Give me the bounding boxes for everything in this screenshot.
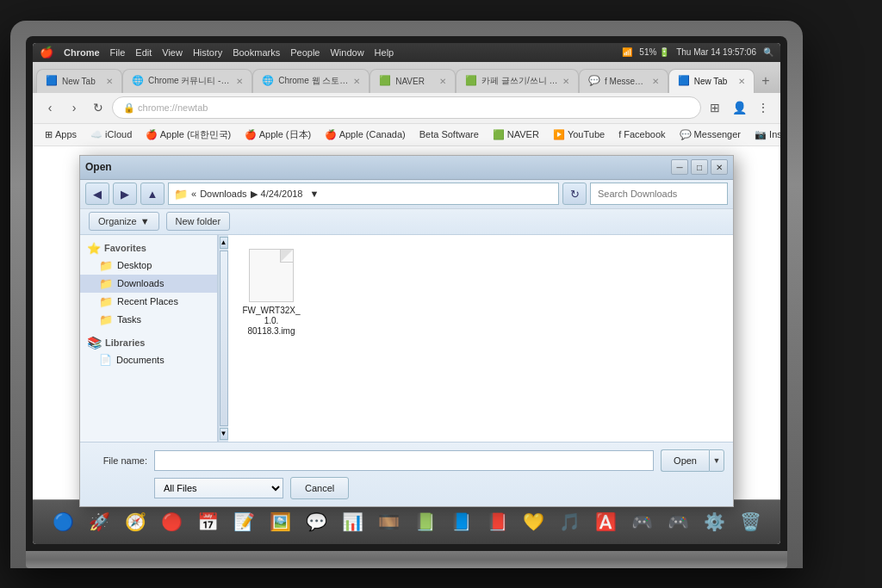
tab-5[interactable]: 🟩 카페 글쓰기/쓰니 아... ✕: [456, 69, 579, 93]
dialog-refresh-button[interactable]: ↻: [562, 183, 587, 205]
bookmark-apple-kr[interactable]: 🍎 Apple (대한민국): [140, 127, 236, 143]
dock-discord[interactable]: 🎮: [662, 505, 694, 538]
back-button[interactable]: ‹: [40, 97, 60, 118]
dock-chrome[interactable]: 🔴: [155, 505, 188, 538]
dialog-maximize-button[interactable]: □: [691, 159, 708, 175]
dock-word[interactable]: 📘: [444, 505, 477, 538]
dock-sysprefs[interactable]: ⚙️: [698, 505, 730, 538]
sidebar-scrollbar[interactable]: ▲ ▼: [218, 235, 228, 442]
menu-button[interactable]: ⋮: [753, 97, 773, 118]
cancel-button-container: Cancel: [290, 477, 349, 499]
tab-5-title: 카페 글쓰기/쓰니 아...: [481, 75, 558, 87]
dock-appstore[interactable]: 🅰️: [589, 505, 622, 538]
dock-calendar[interactable]: 📅: [191, 505, 224, 538]
dock-launchpad[interactable]: 🚀: [83, 505, 115, 538]
dock-keynote[interactable]: 🎞️: [372, 505, 405, 538]
sidebar-item-recent[interactable]: 📁 Recent Places: [80, 293, 217, 311]
tab-5-close[interactable]: ✕: [562, 77, 569, 86]
menu-history[interactable]: History: [193, 47, 222, 58]
profile-button[interactable]: 👤: [729, 97, 749, 118]
favorites-label: Favorites: [104, 243, 146, 253]
scrollbar-down-button[interactable]: ▼: [220, 428, 228, 440]
bookmark-icloud[interactable]: ☁️ iCloud: [85, 127, 137, 142]
path-display[interactable]: 📁 « Downloads ▶ 4/24/2018 ▼: [168, 183, 559, 205]
scrollbar-up-button[interactable]: ▲: [220, 237, 228, 249]
tab-1[interactable]: 🟦 New Tab ✕: [36, 69, 122, 93]
path-dropdown-btn[interactable]: ▼: [309, 189, 319, 199]
tab-2-close[interactable]: ✕: [236, 77, 243, 86]
dock-kakao[interactable]: 💛: [517, 505, 550, 538]
sidebar-item-downloads[interactable]: 📁 Downloads: [80, 275, 217, 293]
file-open-dialog: Open ─ □ ✕ ◀ ▶ ▲ 📁 «: [79, 155, 734, 507]
address-bar[interactable]: 🔒 chrome://newtab: [112, 96, 701, 119]
tab-5-favicon: 🟩: [465, 75, 477, 87]
forward-button[interactable]: ›: [64, 97, 84, 118]
scrollbar-thumb[interactable]: [220, 251, 228, 426]
tab-6-close[interactable]: ✕: [652, 77, 659, 86]
bookmark-messenger[interactable]: 💬 Messenger: [674, 127, 746, 142]
bookmark-apple-ca[interactable]: 🍎 Apple (Canada): [320, 127, 411, 142]
sidebar-item-documents[interactable]: 📄 Documents: [80, 351, 217, 368]
dock-finder[interactable]: 🔵: [47, 505, 79, 538]
dialog-forward-button[interactable]: ▶: [113, 183, 137, 205]
menu-people[interactable]: People: [290, 47, 320, 58]
dock-notes[interactable]: 📝: [227, 505, 260, 538]
bookmark-apps[interactable]: ⊞ Apps: [40, 127, 82, 142]
search-box[interactable]: [590, 183, 728, 205]
apple-icon[interactable]: 🍎: [40, 46, 53, 59]
tab-3-close[interactable]: ✕: [353, 77, 360, 86]
menu-file[interactable]: File: [110, 47, 126, 58]
menu-help[interactable]: Help: [375, 47, 394, 58]
menu-edit[interactable]: Edit: [135, 47, 152, 58]
tab-4-close[interactable]: ✕: [439, 77, 446, 86]
search-icon[interactable]: 🔍: [763, 47, 773, 57]
filetype-select[interactable]: All Files Image Files Text Files: [154, 478, 283, 498]
browser-content: Open ─ □ ✕ ◀ ▶ ▲ 📁 «: [33, 146, 780, 499]
dialog-close-button[interactable]: ✕: [711, 159, 728, 175]
dialog-back-button[interactable]: ◀: [85, 183, 109, 205]
bookmark-naver[interactable]: 🟩 NAVER: [488, 127, 544, 142]
dialog-minimize-button[interactable]: ─: [671, 159, 688, 175]
mac-menu-right: 📶 51% 🔋 Thu Mar 14 19:57:06 🔍: [622, 47, 773, 57]
dock-steam[interactable]: 🎮: [625, 505, 658, 538]
tab-7-close[interactable]: ✕: [738, 77, 745, 86]
tab-4[interactable]: 🟩 NAVER ✕: [370, 69, 456, 93]
dock-photos[interactable]: 🖼️: [264, 505, 296, 538]
dock-itunes[interactable]: 🎵: [553, 505, 586, 538]
bookmark-beta[interactable]: Beta Software: [414, 127, 484, 141]
tab-6[interactable]: 💬 f Messenger ✕: [579, 69, 668, 93]
tab-1-close[interactable]: ✕: [106, 77, 113, 86]
apps-label: Apps: [55, 129, 77, 139]
open-button[interactable]: Open: [661, 449, 709, 472]
tab-2[interactable]: 🌐 Chrome 커뮤니티 - 네... ✕: [122, 69, 252, 93]
dock-excel[interactable]: 📗: [408, 505, 441, 538]
bookmark-youtube[interactable]: ▶️ YouTube: [548, 127, 610, 142]
cancel-button[interactable]: Cancel: [290, 477, 349, 499]
organize-button[interactable]: Organize ▼: [89, 212, 159, 231]
dock-trash[interactable]: 🗑️: [734, 505, 767, 538]
dock-safari[interactable]: 🧭: [119, 505, 152, 538]
new-folder-button[interactable]: New folder: [166, 212, 231, 231]
dock-messages[interactable]: 💬: [300, 505, 332, 538]
tab-7[interactable]: 🟦 New Tab ✕: [668, 69, 755, 93]
tab-3[interactable]: 🌐 Chrome 웹 스토어... ✕: [252, 69, 370, 93]
new-tab-button[interactable]: +: [755, 69, 777, 93]
filename-input[interactable]: [154, 450, 654, 471]
dock-numbers[interactable]: 📊: [336, 505, 369, 538]
menu-view[interactable]: View: [162, 47, 183, 58]
menu-chrome[interactable]: Chrome: [64, 47, 100, 58]
extensions-button[interactable]: ⊞: [705, 97, 725, 118]
dialog-up-button[interactable]: ▲: [140, 183, 165, 205]
bookmark-facebook[interactable]: f Facebook: [613, 127, 670, 141]
open-arrow-button[interactable]: ▼: [709, 449, 724, 472]
dock-powerpoint[interactable]: 📕: [481, 505, 513, 538]
bookmark-apple-jp[interactable]: 🍎 Apple (日本): [239, 127, 316, 143]
menu-bookmarks[interactable]: Bookmarks: [233, 47, 280, 58]
sidebar-item-tasks[interactable]: 📁 Tasks: [80, 311, 217, 329]
sidebar-item-desktop[interactable]: 📁 Desktop: [80, 257, 217, 275]
file-item-fw-wrt32x[interactable]: FW_WRT32X_1.0.80118.3.img: [237, 244, 306, 342]
menu-window[interactable]: Window: [330, 47, 363, 58]
bookmark-instagram[interactable]: 📷 Instagram: [749, 127, 780, 142]
search-input[interactable]: [598, 189, 720, 199]
reload-button[interactable]: ↻: [88, 97, 109, 118]
